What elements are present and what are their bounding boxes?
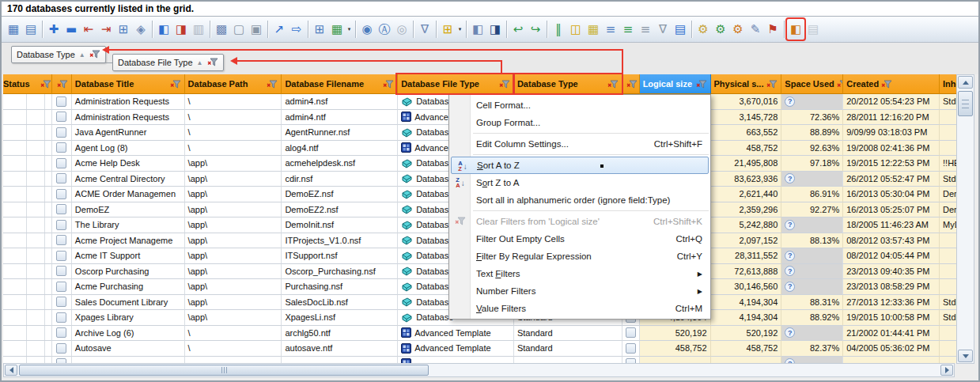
row-checkbox[interactable] — [56, 297, 66, 307]
cell-physical-size[interactable]: 72,613,888 — [711, 264, 782, 280]
copy-sheets-icon[interactable]: ▣ — [248, 19, 265, 40]
split-column-red-icon[interactable]: ◨ — [172, 19, 190, 40]
row-checkbox[interactable] — [56, 204, 66, 214]
table-settings-icon[interactable]: ▦ — [5, 19, 22, 40]
cell-physical-size[interactable]: 5,242,880 — [711, 217, 782, 233]
cell-inherit-template[interactable] — [940, 279, 956, 295]
cell-inherit-template[interactable]: StdR — [940, 310, 956, 326]
cell-created[interactable]: 19/2015 10:00:58 PM — [843, 310, 940, 326]
cell-space-used[interactable]: ? — [781, 264, 843, 280]
cell-inherit-template[interactable] — [940, 326, 956, 342]
cell-created[interactable]: 26/2012 05:52:47 PM — [843, 172, 940, 187]
filter-funnel-icon[interactable] — [837, 80, 844, 89]
row-checkbox-cell[interactable] — [52, 94, 72, 110]
freeze-columns-icon[interactable]: ‖ — [550, 19, 567, 40]
cell-status[interactable] — [3, 172, 52, 187]
cell-database-filename[interactable]: SalesDocLib.nsf — [282, 295, 398, 311]
cell-database-title[interactable]: Oscorp Purchasing — [72, 264, 185, 280]
sheet-back-icon[interactable]: ↩ — [509, 19, 527, 40]
cell-created[interactable]: 21/2002 01:44:41 PM — [843, 326, 940, 342]
cell-database-path[interactable]: \app\ — [185, 156, 282, 172]
gear-green-icon[interactable]: ⚙ — [712, 19, 729, 40]
cell-created[interactable]: 19/2008 02:41:36 PM — [843, 141, 940, 157]
cell-database-path[interactable]: \app\ — [185, 295, 282, 311]
cell-created[interactable]: 16/2013 05:25:07 PM — [843, 202, 940, 218]
horizontal-scrollbar[interactable] — [3, 363, 955, 377]
cell-created[interactable]: 27/2013 12:33:36 PM — [843, 295, 940, 311]
row-checkbox-cell[interactable] — [52, 341, 72, 357]
grid-comment-icon[interactable]: ▦ — [585, 19, 602, 40]
groupby-pill-database-file-type[interactable]: Database File Type ▲ — [112, 54, 224, 71]
cell-status[interactable] — [3, 110, 52, 126]
cell-status[interactable] — [3, 264, 52, 280]
import-left-icon[interactable]: ⇤ — [80, 19, 97, 40]
cell-database-file-type[interactable]: Advanced Template — [398, 326, 514, 342]
cell-created[interactable]: 23/2013 09:40:35 PM — [843, 264, 940, 280]
cell-space-used[interactable]: ? — [781, 279, 843, 295]
cell-database-filename[interactable]: autosave.ntf — [282, 341, 398, 357]
row-checkbox[interactable] — [56, 220, 66, 230]
row-checkbox-cell[interactable] — [52, 357, 72, 364]
filter-funnel-icon[interactable] — [89, 50, 100, 60]
cell-status[interactable] — [3, 187, 52, 202]
cell-physical-size[interactable]: 2,621,440 — [711, 187, 782, 202]
vertical-scroll-thumb[interactable] — [958, 91, 973, 116]
cell-physical-size[interactable]: 458,752 — [711, 141, 782, 157]
cell-created[interactable]: 04/2005 05:36:02 PM — [843, 341, 940, 357]
cell-database-filename[interactable]: admin4.nsf — [282, 94, 398, 110]
table-row[interactable]: Archive Log (6)\archlg50.ntfAdvanced Tem… — [3, 326, 956, 342]
cell-inherit-template[interactable] — [940, 233, 956, 249]
cell-inherit-template[interactable] — [940, 141, 956, 157]
cell-space-used[interactable]: 72.36% — [781, 110, 843, 126]
cell-inherit-template[interactable]: StdR — [940, 172, 956, 187]
cell-created[interactable]: 16/2013 05:30:04 PM — [843, 187, 940, 202]
row-checkbox-cell[interactable] — [52, 187, 72, 202]
cell-database-filename[interactable]: cdir.nsf — [282, 172, 398, 187]
column-header-status[interactable]: Status — [3, 74, 52, 94]
cell-database-filename[interactable]: Purchasing.nsf — [282, 279, 398, 295]
column-header-logical[interactable]: Logical size — [640, 74, 711, 94]
cell-database-title[interactable]: Acme Help Desk — [72, 156, 185, 172]
filter-funnel-icon[interactable] — [696, 80, 707, 89]
row-checkbox2-cell[interactable] — [622, 341, 640, 357]
cell-status[interactable] — [3, 248, 52, 264]
cell-status[interactable] — [3, 357, 52, 364]
cell-database-path[interactable]: \ — [185, 125, 282, 141]
cell-database-filename[interactable]: DemoEZ2.nsf — [282, 202, 398, 218]
zoom-off-icon[interactable]: ◎ — [393, 19, 411, 40]
cell-database-title[interactable]: Acme Project Manageme — [72, 233, 185, 249]
menu-item-filter-by-regular-expression[interactable]: Filter By Regular ExpressionCtrl+Y — [449, 248, 710, 265]
menu-item-text-filters[interactable]: Text Filters▶ — [449, 265, 710, 282]
cell-space-used[interactable]: 82.37% — [781, 341, 843, 357]
cell-inherit-template[interactable]: Dem — [940, 202, 956, 218]
cell-status[interactable] — [3, 341, 52, 357]
cell-database-path[interactable]: \app\ — [185, 264, 282, 280]
filter-small-icon[interactable]: ∇ — [654, 19, 672, 40]
cell-database-path[interactable]: \app\ — [185, 187, 282, 202]
cell-created[interactable]: 08/2012 04:05:44 PM — [843, 248, 940, 264]
menu-item-sort-a-to-z[interactable]: AZ↓Sort A to Z — [451, 157, 709, 174]
cell-database-title[interactable]: Sales Document Library — [72, 295, 185, 311]
cell-database-path[interactable]: \app\ — [185, 172, 282, 187]
add-note-icon[interactable]: ⊞ — [439, 19, 456, 40]
select-vertices-icon[interactable]: ◈ — [132, 19, 149, 40]
cell-database-title[interactable]: Archive Log (6) — [72, 326, 185, 342]
cell-database-path[interactable] — [185, 357, 282, 364]
cell-database-path[interactable]: \ — [185, 326, 282, 342]
column-header-physical[interactable]: Physical s... — [711, 74, 782, 94]
checkbox-grid-icon-dropdown[interactable]: ▾ — [346, 26, 353, 32]
horizontal-scroll-thumb[interactable] — [19, 365, 429, 376]
column-header-title[interactable]: Database Title — [72, 74, 185, 94]
zoom-selection-icon[interactable]: ◉ — [358, 19, 376, 40]
cell-status[interactable] — [3, 233, 52, 249]
cell-physical-size[interactable]: 458,752 — [711, 341, 782, 357]
cell-database-filename[interactable]: ITProjects_V1.0.nsf — [282, 233, 398, 249]
find-text-icon[interactable]: Ⓐ — [376, 19, 393, 40]
column-header-check[interactable] — [52, 74, 72, 94]
cell-database-filename[interactable]: archlg50.ntf — [282, 326, 398, 342]
menu-item-group-format[interactable]: Group Format... — [449, 114, 710, 131]
cell-created[interactable]: 28/2011 12:16:20 PM — [843, 110, 940, 126]
cell-database-filename[interactable]: acmehelpdesk.nsf — [282, 156, 398, 172]
cell-physical-size[interactable]: 520,192 — [711, 326, 782, 342]
cell-physical-size[interactable]: 3,145,728 — [711, 110, 782, 126]
